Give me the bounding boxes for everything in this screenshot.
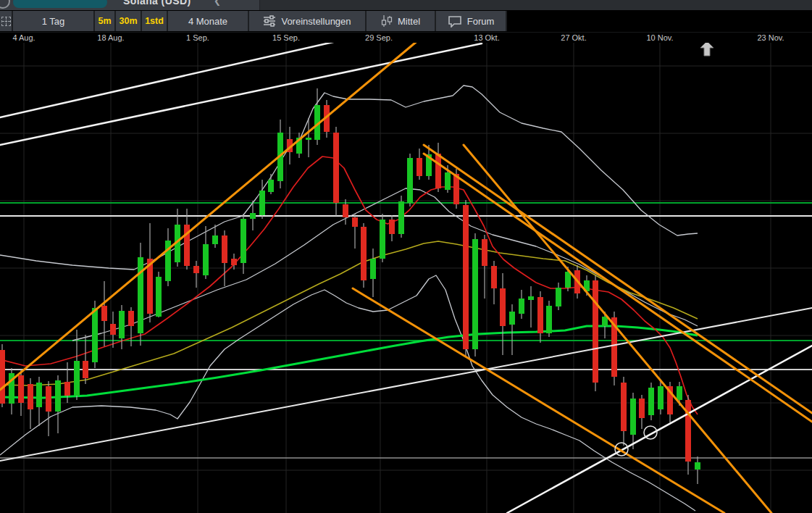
interval-1std-button[interactable]: 1std [142,11,168,31]
candle-up [677,386,682,400]
candle-up [472,239,478,349]
candle-down [64,382,70,396]
candle-up [370,259,376,279]
candle-up [74,361,80,396]
title-bar: Solana (USD) ❮ [0,0,812,10]
candle-up [398,201,404,234]
candle-down [46,386,51,412]
candle-up [546,306,552,333]
price-chart[interactable] [0,0,812,513]
candle-down [352,217,358,227]
interval-1tag-button-label: 1 Tag [42,16,65,27]
date-tick-1sep: 1 Sep. [186,33,209,42]
candle-up [519,299,524,314]
candle-down [231,259,237,265]
candle-up [92,308,98,362]
logo-ring-icon [0,0,10,9]
mittel-button[interactable]: Mittel [367,11,436,31]
candle-up [658,386,664,409]
forum-button[interactable]: Forum [436,11,507,31]
candle-down [222,235,227,263]
candle-up [119,311,125,338]
candle-down [83,361,88,378]
candle-down [500,288,506,326]
candle-down [101,306,107,321]
candle-down [593,280,598,383]
candle-down [343,204,348,217]
mittel-button-label: Mittel [398,16,420,27]
candle-up [138,257,143,333]
candle-up [240,219,246,263]
candle-down [128,311,134,326]
voreinstellungen-button-label: Voreinstellungen [281,16,351,27]
date-tick-4aug: 4 Aug. [12,33,35,42]
layout-button[interactable] [0,11,13,31]
candle-down [463,205,469,349]
interval-1std-button-label: 1std [145,16,164,26]
date-tick-13okt: 13 Okt. [474,33,499,42]
candle-up [695,462,700,470]
candle-up [380,220,385,259]
candle-down [193,266,199,273]
interval-30m-button-label: 30m [119,16,137,26]
date-tick-23nov: 23 Nov. [757,33,784,42]
candle-up [648,388,654,415]
date-axis[interactable]: 4 Aug.18 Aug.1 Sep.15 Sep.29 Sep.13 Okt.… [0,32,812,43]
mouse-cursor [700,41,713,56]
candle-down [417,158,422,176]
date-tick-15sep: 15 Sep. [272,33,300,42]
candle-up [203,244,209,275]
candle-up [407,158,413,203]
instrument-badge [13,0,107,8]
candle-up [602,317,608,326]
date-tick-29sep: 29 Sep. [365,33,393,42]
candle-up [565,272,571,288]
candle-up [212,235,218,244]
candle-up [306,138,311,140]
candle-down [18,375,24,403]
candle-down [482,239,487,266]
candle-up [156,277,162,317]
candle-down [389,220,395,234]
candlestick-icon [381,14,393,28]
voreinstellungen-button[interactable]: Voreinstellungen [249,11,367,31]
range-4monate-button-label: 4 Monate [188,16,227,27]
candle-up [55,380,61,412]
candle-up [509,312,515,325]
candle-up [528,296,534,300]
chart-toolbar: 1 Tag5m30m1std4 MonateVoreinstellungenMi… [0,10,812,32]
candle-down [537,297,543,333]
channel-white-lower[interactable] [0,43,482,145]
candle-up [445,172,451,190]
candle-down [621,383,627,431]
candle-up [259,191,265,215]
candle-down [361,227,367,280]
trading-app-window: Solana (USD) ❮ 1 Tag5m30m1std4 MonateVor… [0,0,812,513]
candle-down [491,266,497,288]
grid-layout-icon [1,17,11,26]
interval-30m-button[interactable]: 30m [116,11,142,31]
title-bar-left: Solana (USD) ❮ [0,0,260,10]
candle-up [250,213,256,219]
candle-down [435,154,441,188]
candle-down [110,324,116,335]
range-4monate-button[interactable]: 4 Monate [168,11,249,31]
speech-bubble-icon [448,15,462,28]
forum-button-label: Forum [467,16,495,27]
interval-5m-button[interactable]: 5m [95,11,116,31]
instrument-title: Solana (USD) [123,0,191,7]
date-tick-18aug: 18 Aug. [97,33,124,42]
sliders-icon [263,14,276,28]
interval-5m-button-label: 5m [98,16,111,26]
candle-up [268,180,274,192]
date-tick-10nov: 10 Nov. [646,33,673,42]
candle-down [333,133,339,203]
channel-white-upper[interactable] [0,42,333,117]
candle-up [556,288,561,306]
candle-down [685,400,691,462]
chevron-left-icon[interactable]: ❮ [214,0,221,6]
candle-up [630,399,636,435]
candle-down [0,350,5,404]
interval-1tag-button[interactable]: 1 Tag [13,11,95,31]
date-tick-27okt: 27 Okt. [561,33,586,42]
